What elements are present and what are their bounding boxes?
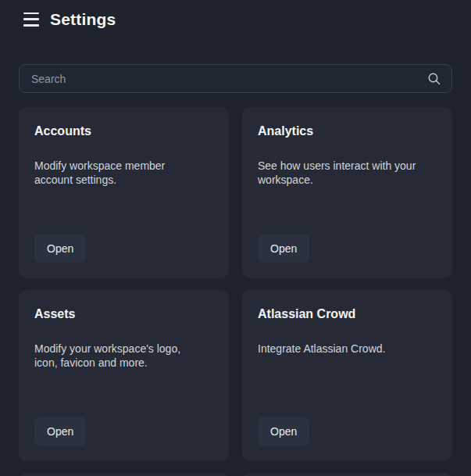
menu-button[interactable] bbox=[23, 13, 39, 27]
search-input[interactable] bbox=[19, 64, 452, 93]
card-description: Modify workspace member account settings… bbox=[34, 159, 213, 187]
card-description: Modify your workspace's logo, icon, favi… bbox=[34, 342, 213, 370]
card-atlassian-crowd: Atlassian Crowd Integrate Atlassian Crow… bbox=[242, 290, 452, 461]
card-title: Accounts bbox=[34, 123, 213, 140]
hamburger-icon bbox=[23, 13, 39, 15]
card-description: Integrate Atlassian Crowd. bbox=[258, 342, 437, 356]
card-accounts: Accounts Modify workspace member account… bbox=[19, 107, 229, 278]
open-assets-button[interactable]: Open bbox=[34, 417, 86, 446]
card-title: Analytics bbox=[258, 123, 437, 140]
settings-card-grid: Accounts Modify workspace member account… bbox=[19, 107, 452, 476]
open-atlassian-crowd-button[interactable]: Open bbox=[258, 417, 309, 446]
search-bar bbox=[19, 64, 452, 93]
open-analytics-button[interactable]: Open bbox=[258, 234, 309, 263]
card-analytics: Analytics See how users interact with yo… bbox=[242, 107, 452, 278]
card-partial-left bbox=[19, 473, 229, 476]
card-assets: Assets Modify your workspace's logo, ico… bbox=[19, 290, 229, 461]
card-title: Atlassian Crowd bbox=[258, 306, 437, 323]
page-title: Settings bbox=[50, 10, 116, 29]
card-description: See how users interact with your workspa… bbox=[258, 159, 437, 187]
open-accounts-button[interactable]: Open bbox=[34, 234, 86, 263]
card-partial-right bbox=[242, 473, 452, 476]
app-header: Settings bbox=[0, 0, 471, 38]
card-title: Assets bbox=[34, 306, 213, 323]
